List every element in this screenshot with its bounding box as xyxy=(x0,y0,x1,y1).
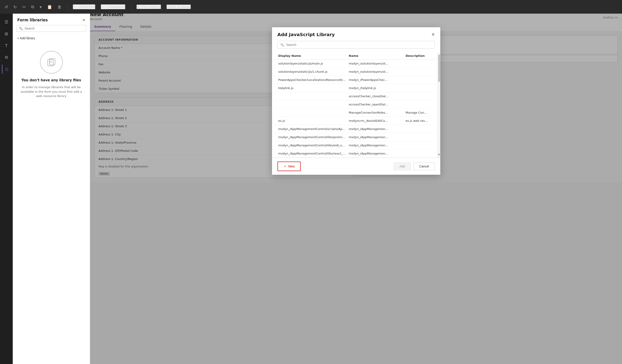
empty-desc: In order to manage libraries that will b… xyxy=(18,85,84,98)
plus-icon-new: ＋ xyxy=(283,164,287,168)
dropdown-icon[interactable]: ▾ xyxy=(39,4,42,9)
sidebar-nav-grid[interactable]: ⊞ xyxy=(2,29,11,38)
sidebar-nav-menu[interactable]: ☰ xyxy=(2,17,11,26)
dialog-title: Add JavaScript Library xyxy=(277,32,335,37)
dialog-scroll-thumb[interactable] xyxy=(438,55,440,82)
form-settings-button[interactable]: ⚙ Form settings xyxy=(136,4,161,9)
add-library-button[interactable]: + Add library xyxy=(13,35,90,42)
empty-state: You don't have any library files In orde… xyxy=(13,42,90,108)
sidebar-nav-text[interactable]: T xyxy=(2,41,11,50)
add-button[interactable]: Add xyxy=(394,163,411,170)
table-row[interactable]: es.js msdyncrm_/AssistEditCo... es.js we… xyxy=(273,117,437,125)
main-layout: ☰ ⊞ T ⧉ ⊡ Form libraries ✕ 🔍 + Add libra… xyxy=(0,14,622,364)
form-field-button[interactable]: ＋ + Form field xyxy=(73,4,95,9)
add-javascript-library-dialog: Add JavaScript Library ✕ 🔍 Display Name … xyxy=(272,27,440,175)
sidebar-nav-layers[interactable]: ⧉ xyxy=(2,53,11,62)
dialog-overlay: Add JavaScript Library ✕ 🔍 Display Name … xyxy=(90,14,622,364)
table-row[interactable]: PowerAppsChecker/Localization/ResourceSt… xyxy=(273,76,437,84)
copy-icon[interactable]: ⧉ xyxy=(31,4,34,9)
panel-header: Form libraries ✕ xyxy=(13,14,90,25)
new-button[interactable]: ＋ New xyxy=(277,162,301,171)
table-row[interactable]: Helplink.js msdyn_/helplink.js xyxy=(273,84,437,92)
dialog-header: Add JavaScript Library ✕ xyxy=(272,27,440,41)
dialog-search-box[interactable]: 🔍 xyxy=(277,41,435,49)
dialog-search-input[interactable] xyxy=(286,43,432,47)
col-header-display-name: Display Name xyxy=(278,54,349,57)
plus-icon: ＋ xyxy=(73,5,77,9)
form-libraries-panel: Form libraries ✕ 🔍 + Add library You don… xyxy=(13,14,90,364)
delete-icon[interactable]: 🗑 xyxy=(58,4,62,9)
col-header-description: Description xyxy=(406,54,431,57)
divider-1 xyxy=(67,4,67,10)
dialog-footer: ＋ New Add Cancel xyxy=(272,158,440,175)
table-row[interactable]: msdyn_/AppManagementControl/libs/promise… xyxy=(273,133,437,141)
dialog-table: Display Name Name Description solutionla… xyxy=(273,52,437,158)
cancel-button[interactable]: Cancel xyxy=(413,163,435,170)
divider-2 xyxy=(131,4,131,10)
dialog-search-icon: 🔍 xyxy=(280,43,284,47)
dialog-scrollbar[interactable]: ▼ xyxy=(438,52,440,158)
panel-close-button[interactable]: ✕ xyxy=(82,18,85,22)
table-row[interactable]: ManageConnectionRoles... Manage Connect.… xyxy=(273,109,437,117)
component-button[interactable]: ＋ + Component xyxy=(101,4,125,9)
table-row[interactable]: msdyn_/AppManagementControl/libs/react_1… xyxy=(273,149,437,158)
plus-icon-2: ＋ xyxy=(101,5,104,9)
table-row[interactable]: solutionlayers/static/js/1.chunk.js msdy… xyxy=(273,68,437,76)
table-header: Display Name Name Description xyxy=(273,52,437,59)
table-row[interactable]: accessChecker_closeDial... xyxy=(273,92,437,100)
col-header-name: Name xyxy=(349,54,406,57)
dialog-close-button[interactable]: ✕ xyxy=(431,32,435,37)
scroll-down-arrow[interactable]: ▼ xyxy=(438,153,440,156)
search-icon: 🔍 xyxy=(19,27,23,30)
main-content: New Account Account Summary Flooring Det… xyxy=(90,14,622,364)
empty-title: You don't have any library files xyxy=(21,78,81,82)
table-row[interactable]: solutionlayers/static/js/main.js msdyn_/… xyxy=(273,59,437,68)
sidebar-nav-libraries[interactable]: ⊡ xyxy=(2,65,11,74)
footer-right-buttons: Add Cancel xyxy=(394,163,435,170)
table-row[interactable]: msdyn_/AppManagementControl/libs/es6_shi… xyxy=(273,141,437,149)
undo-icon[interactable]: ↺ xyxy=(4,4,8,9)
redo-icon[interactable]: ↻ xyxy=(13,4,17,9)
cut-icon[interactable]: ✂ xyxy=(22,4,26,9)
paste-icon[interactable]: 📋 xyxy=(47,4,52,9)
toolbar: ↺ ↻ ✂ ⧉ ▾ 📋 🗑 ＋ + Form field ＋ + Compone… xyxy=(0,0,622,14)
settings-icon: ⚙ xyxy=(137,5,140,9)
empty-icon xyxy=(40,51,63,74)
table-row[interactable]: accessChecker_openDial... xyxy=(273,100,437,109)
panel-search-box[interactable]: 🔍 xyxy=(16,25,86,32)
icon-sidebar: ☰ ⊞ T ⧉ ⊡ xyxy=(0,14,13,364)
table-row[interactable]: msdyn_/AppManagementControl/scripts/AppM… xyxy=(273,125,437,133)
switch-classic-button[interactable]: Switch to classic xyxy=(166,4,191,9)
panel-title: Form libraries xyxy=(17,18,48,22)
panel-search-input[interactable] xyxy=(25,27,84,30)
